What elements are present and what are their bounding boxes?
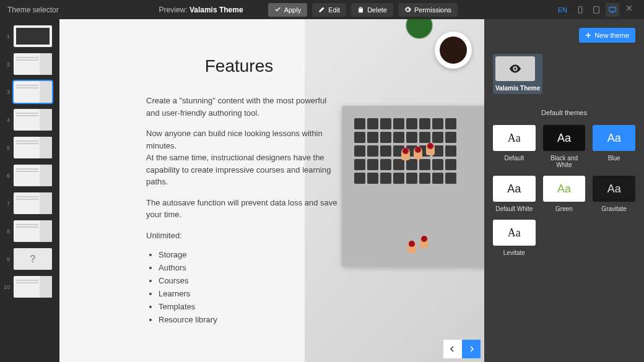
slide-thumb-image[interactable] (14, 53, 52, 75)
theme-swatch: Aa (493, 176, 536, 202)
slide-number: 5 (4, 145, 10, 151)
slide-navigator: 123456789?10 (0, 19, 59, 362)
slide-thumb-image[interactable]: ? (14, 248, 52, 270)
svg-rect-0 (578, 6, 581, 13)
new-theme-button[interactable]: New theme (579, 28, 635, 43)
slide-number: 3 (4, 89, 10, 95)
trash-icon (357, 6, 364, 13)
slide-number: 4 (4, 117, 10, 123)
slide-thumb-image[interactable] (14, 276, 52, 298)
theme-option[interactable]: AaDefault White (493, 176, 536, 212)
theme-swatch: Aa (493, 220, 536, 246)
device-mobile[interactable] (573, 3, 587, 17)
theme-option[interactable]: AaDefault (493, 125, 536, 168)
theme-panel: New theme Valamis Theme Default themes A… (484, 19, 644, 362)
slide-paragraph: Now anyone can build nice looking lesson… (146, 127, 338, 188)
slide-number: 7 (4, 200, 10, 207)
plus-icon (585, 32, 591, 38)
theme-swatch: Aa (543, 176, 586, 202)
svg-rect-2 (609, 7, 616, 11)
list-item: Storage (159, 250, 357, 259)
theme-label: Black and White (543, 155, 586, 168)
slide-thumb-image[interactable] (14, 165, 52, 186)
list-item: Learners (159, 289, 357, 298)
slide-heading: Features (121, 56, 357, 76)
theme-label: Default White (493, 205, 536, 212)
language-selector[interactable]: EN (558, 6, 567, 14)
svg-rect-1 (594, 6, 599, 13)
slide-thumbnail[interactable]: 6 (4, 165, 56, 186)
hand-decor (426, 143, 435, 155)
slide-number: 2 (4, 61, 10, 67)
plant-decor (394, 19, 444, 44)
slide-paragraph: Create a "stunning" content with the mos… (146, 95, 338, 119)
slide-list: StorageAuthorsCoursesLearnersTemplatesRe… (159, 250, 357, 324)
slide-thumb-image[interactable] (14, 220, 52, 242)
current-theme-card[interactable]: Valamis Theme (493, 54, 542, 94)
slide-thumbnail[interactable]: 2 (4, 53, 56, 75)
slide-content: Features Create a "stunning" content wit… (59, 19, 357, 324)
edit-button[interactable]: Edit (312, 3, 346, 17)
eye-icon (508, 62, 522, 75)
chevron-left-icon (450, 346, 456, 352)
slide-thumbnail[interactable]: 9? (4, 248, 56, 270)
slide-thumb-image[interactable] (14, 81, 52, 103)
slide-thumb-image[interactable] (14, 192, 52, 214)
slide-thumb-image[interactable] (14, 137, 52, 158)
preview-theme-name: Valamis Theme (189, 6, 243, 14)
theme-label: Default (493, 155, 536, 162)
slide-paragraph: The autosave function will prevent data … (146, 197, 338, 221)
slide-thumbnail[interactable]: 7 (4, 192, 56, 214)
current-theme-swatch (495, 56, 535, 81)
list-item: Resource library (159, 315, 357, 324)
app-title: Theme selector (7, 6, 59, 14)
slide-thumbnail[interactable]: 1 (4, 25, 56, 47)
check-icon (274, 6, 281, 13)
theme-option[interactable]: AaBlack and White (543, 125, 586, 168)
slide-thumbnail[interactable]: 8 (4, 220, 56, 242)
theme-option[interactable]: AaLevitate (493, 220, 536, 256)
slide-number: 10 (4, 284, 10, 290)
theme-label: Green (543, 205, 586, 212)
list-item: Authors (159, 263, 357, 272)
apply-button[interactable]: Apply (268, 3, 308, 17)
slide-paragraph: Unlimited: (146, 230, 338, 242)
slide-number: 6 (4, 173, 10, 179)
slide-number: 8 (4, 228, 10, 235)
slide-thumbnail[interactable]: 4 (4, 109, 56, 131)
prev-slide-button[interactable] (443, 340, 462, 358)
theme-option[interactable]: AaBlue (593, 125, 635, 168)
slide-thumbnail[interactable]: 5 (4, 137, 56, 158)
close-button[interactable] (625, 4, 637, 15)
device-tablet[interactable] (590, 3, 603, 17)
slide-number: 9 (4, 256, 10, 262)
list-item: Templates (159, 302, 357, 311)
slide-thumb-image[interactable] (14, 25, 52, 47)
current-theme-label: Valamis Theme (495, 85, 540, 92)
theme-swatch: Aa (543, 125, 586, 151)
coffee-cup-decor (435, 32, 472, 69)
list-item: Courses (159, 276, 357, 285)
slide-controls (443, 340, 481, 358)
theme-swatch: Aa (493, 125, 536, 151)
theme-grid: AaDefaultAaBlack and WhiteAaBlueAaDefaul… (493, 125, 635, 256)
theme-option[interactable]: AaGreen (543, 176, 586, 212)
device-toggle-group (573, 3, 619, 17)
theme-option[interactable]: AaGravitate (593, 176, 635, 212)
delete-button[interactable]: Delete (351, 3, 393, 17)
theme-label: Levitate (493, 249, 536, 256)
slide-preview: Features Create a "stunning" content wit… (59, 19, 484, 362)
next-slide-button[interactable] (462, 340, 481, 358)
theme-swatch: Aa (593, 125, 635, 151)
device-desktop[interactable] (606, 3, 619, 17)
chevron-right-icon (468, 346, 474, 352)
default-themes-heading: Default themes (493, 109, 635, 116)
pencil-icon (318, 6, 325, 13)
slide-thumbnail[interactable]: 3 (4, 81, 56, 103)
slide-thumbnail[interactable]: 10 (4, 276, 56, 298)
slide-thumb-image[interactable] (14, 109, 52, 131)
theme-label: Gravitate (593, 205, 635, 212)
permissions-button[interactable]: Permissions (398, 3, 458, 17)
theme-label: Blue (593, 155, 635, 162)
preview-breadcrumb: Preview: Valamis Theme (159, 6, 243, 14)
